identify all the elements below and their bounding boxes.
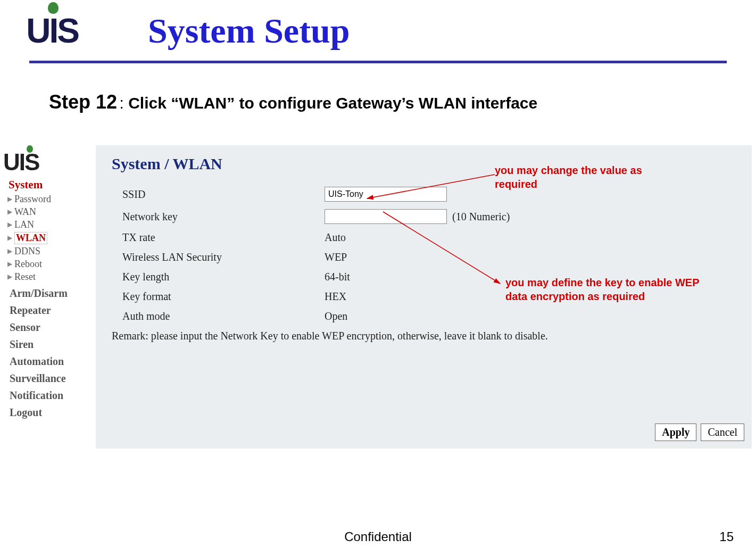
annotation-ssid: you may change the value as required: [495, 163, 665, 191]
nav-cat-armdisarm[interactable]: Arm/Disarm: [10, 287, 96, 300]
nav-item-reboot[interactable]: ▶Reboot: [7, 259, 96, 270]
row-security: Wireless LAN Security WEP: [112, 251, 740, 263]
value-txrate: Auto: [325, 231, 346, 244]
config-screenshot: UIS System ▶Password ▶WAN ▶LAN ▶WLAN ▶DD…: [0, 145, 756, 449]
row-authmode: Auth mode Open: [112, 310, 740, 322]
value-authmode: Open: [325, 310, 347, 322]
ssid-input[interactable]: [325, 187, 447, 202]
sidebar-logo: UIS: [3, 145, 96, 174]
header-divider: [29, 61, 727, 63]
nav-cat-sensor[interactable]: Sensor: [10, 321, 96, 334]
label-security: Wireless LAN Security: [112, 251, 325, 263]
sidebar: UIS System ▶Password ▶WAN ▶LAN ▶WLAN ▶DD…: [0, 145, 96, 449]
label-keylength: Key length: [112, 271, 325, 283]
nav-cat-repeater[interactable]: Repeater: [10, 304, 96, 317]
page-title: System Setup: [148, 11, 350, 51]
nav-item-wlan[interactable]: ▶WLAN: [7, 232, 96, 244]
label-txrate: TX rate: [112, 231, 325, 244]
nav-item-ddns[interactable]: ▶DDNS: [7, 246, 96, 257]
value-keyformat: HEX: [325, 291, 346, 303]
value-security: WEP: [325, 251, 347, 263]
triangle-icon: ▶: [7, 247, 12, 255]
nav-cat-surveillance[interactable]: Surveillance: [10, 372, 96, 385]
cancel-button[interactable]: Cancel: [701, 424, 744, 441]
nav-cat-logout[interactable]: Logout: [10, 406, 96, 419]
logo-text: UIS: [26, 14, 78, 48]
label-keyformat: Key format: [112, 291, 325, 303]
slide-header: UIS System Setup: [0, 0, 756, 57]
logo-dot-icon: [27, 145, 33, 153]
remark-text: Remark: please input the Network Key to …: [112, 330, 740, 342]
step-number: Step 12: [49, 91, 117, 113]
step-instruction: Step 12 : Click “WLAN” to configure Gate…: [49, 91, 756, 113]
page-number: 15: [719, 529, 734, 544]
network-key-input[interactable]: [325, 209, 447, 224]
triangle-icon: ▶: [7, 221, 12, 229]
triangle-icon: ▶: [7, 195, 12, 203]
apply-button[interactable]: Apply: [655, 424, 696, 441]
annotation-key: you may define the key to enable WEP dat…: [505, 276, 702, 303]
triangle-icon: ▶: [7, 273, 12, 281]
network-key-hint: (10 Numeric): [452, 211, 510, 223]
label-network-key: Network key: [112, 211, 325, 223]
step-text: Click “WLAN” to configure Gateway’s WLAN…: [128, 94, 537, 112]
triangle-icon: ▶: [7, 208, 12, 216]
uis-logo: UIS: [10, 4, 95, 57]
logo-dot-icon: [48, 2, 59, 14]
value-keylength: 64-bit: [325, 271, 350, 283]
nav-cat-siren[interactable]: Siren: [10, 338, 96, 351]
button-row: Apply Cancel: [655, 424, 744, 441]
triangle-icon: ▶: [7, 260, 12, 268]
label-ssid: SSID: [112, 188, 325, 201]
nav-cat-notification[interactable]: Notification: [10, 389, 96, 402]
wlan-panel: System / WLAN SSID Network key (10 Numer…: [96, 145, 752, 449]
nav-item-wan[interactable]: ▶WAN: [7, 206, 96, 218]
row-network-key: Network key (10 Numeric): [112, 209, 740, 224]
nav-system-heading[interactable]: System: [9, 178, 96, 192]
row-txrate: TX rate Auto: [112, 231, 740, 244]
nav-item-reset[interactable]: ▶Reset: [7, 271, 96, 283]
nav-item-password[interactable]: ▶Password: [7, 194, 96, 205]
triangle-icon: ▶: [7, 234, 12, 242]
footer-confidential: Confidential: [0, 529, 756, 544]
label-authmode: Auth mode: [112, 310, 325, 322]
nav-cat-automation[interactable]: Automation: [10, 355, 96, 368]
nav-item-lan[interactable]: ▶LAN: [7, 219, 96, 230]
